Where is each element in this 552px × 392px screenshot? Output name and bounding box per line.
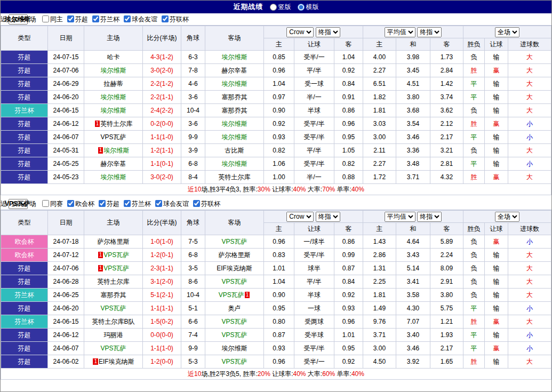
filter-option-芬兰杯[interactable]: 芬兰杯 [91,15,119,23]
filter-option-芬联杯[interactable]: 芬联杯 [161,15,189,23]
match-row: 欧会杯24-07-18萨尔格里斯1-0(1-0)7-5VPS瓦萨0.96一/球半… [1,235,551,249]
asia-odds-1: 球半 [294,262,334,275]
euro-odds-1: 4.30 [396,302,430,315]
result-wdl: 胜 [463,117,485,131]
vertical-radio[interactable] [270,4,277,11]
euro-odds-1: 3.71 [396,171,430,184]
filter-checkbox[interactable] [155,200,162,207]
team-name: 赫尔辛基 [101,160,126,167]
filter-checkbox[interactable] [42,200,49,207]
match-date: 24-05-25 [48,157,84,171]
euro-final-select[interactable]: 终指 [417,27,442,37]
result-wdl: 负 [463,104,485,117]
summary-segment: 场,胜3平4负3, [201,186,243,193]
match-type-cell: 欧会杯 [1,235,48,249]
rank-badge: 1 [95,121,100,127]
filter-checkbox[interactable] [67,200,74,207]
filter-label: 球会友谊 [132,15,157,23]
match-type-cell: 芬兰杯 [1,104,48,117]
euro-odds-2: 8.09 [430,262,463,275]
filter-option-芬超[interactable]: 芬超 [66,15,88,23]
rank-badge: 1 [98,147,103,154]
match-score: 1-2(0-0) [143,355,181,369]
horizontal-radio[interactable] [298,4,305,11]
match-date: 24-06-15 [48,315,84,329]
layout-option-horizontal[interactable]: 横版 [298,3,319,12]
result-goals: 小 [508,329,551,342]
filter-option-球会友谊[interactable]: 球会友谊 [154,200,189,207]
euro-avg-select[interactable]: 平均值 [385,27,415,37]
euro-odds-1: 3.92 [396,355,430,369]
filter-option-同主[interactable]: 同主 [41,15,63,23]
filter-checkbox[interactable] [42,15,49,22]
euro-odds-1: 3.46 [396,342,430,355]
away-team-cell: 萨尔格里斯 [205,249,264,262]
euro-odds-1: 3.41 [396,275,430,289]
layout-option-vertical[interactable]: 竖版 [270,3,291,12]
result-goals: 小 [508,342,551,355]
asia-odds-1: 受两球 [294,315,334,329]
summary-segment: 大率: [306,186,323,193]
bookmaker-select[interactable]: Crow [286,212,314,222]
away-team-cell: VPS瓦萨1 [205,289,264,302]
match-row: 芬超24-07-06埃尔维斯3-0(2-0)7-8赫尔辛基0.96平/半0.92… [1,64,551,77]
fulltime-select[interactable]: 全场 [495,27,519,37]
asia-odds-1: 受平/半 [294,249,334,262]
summary-segment: 场,胜2平3负5, [201,370,243,378]
asia-odds-0: 0.85 [264,51,294,64]
asia-final-select[interactable]: 终指 [316,212,340,222]
result-handicap: 输 [485,157,508,171]
euro-odds-0: 4.50 [363,355,396,369]
away-team-cell: 英特土尔库 [205,171,264,184]
away-team-cell: 塞那乔其 [205,104,264,117]
col-handicap-result: 让球 [485,38,508,51]
filter-option-球会友谊[interactable]: 球会友谊 [123,15,157,23]
filter-checkbox[interactable] [124,15,131,22]
filter-option-芬兰杯[interactable]: 芬兰杯 [123,200,151,207]
team-name: 埃尔维斯 [101,173,126,181]
filter-option-同赛[interactable]: 同赛 [41,200,63,207]
match-score: 1-1(0-1) [143,157,181,171]
match-row: 芬超24-06-07VPS瓦萨1-1(1-0)9-9埃尔维斯0.93受平/半0.… [1,131,551,144]
home-team-cell: 埃尔维斯 [84,171,143,184]
match-rows: 欧会杯24-07-18萨尔格里斯1-0(1-0)7-5VPS瓦萨0.96一/球半… [1,235,551,369]
result-handicap: 赢 [485,315,508,329]
summary-segment: 大率: [306,370,323,378]
team-name-title: VPS瓦萨 [5,198,30,210]
match-score: 1-2(1-1) [143,144,181,157]
filter-checkbox[interactable] [92,15,99,22]
filter-checkbox[interactable] [193,200,200,207]
filter-checkbox[interactable] [99,200,106,207]
match-date: 24-06-29 [48,77,84,91]
bookmaker-select[interactable]: Crow [286,27,314,37]
euro-avg-select[interactable]: 平均值 [385,212,415,222]
match-date: 24-06-20 [48,91,84,104]
match-type-cell: 芬超 [1,144,48,157]
recent-results-table: 类型 日期 主场 比分(半场) 角球 客场 Crow 终指 平均值 终指 [1,210,551,380]
filter-checkbox[interactable] [124,200,131,207]
euro-odds-1: 5.14 [396,262,430,275]
fulltime-select[interactable]: 全场 [495,212,519,222]
filter-option-芬超[interactable]: 芬超 [98,200,119,207]
result-wdl: 负 [463,249,485,262]
asia-odds-2: 0.96 [334,117,363,131]
corner-score: 3-9 [181,144,205,157]
euro-final-select[interactable]: 终指 [417,212,442,222]
summary-segment: 40% [293,370,306,378]
team-name: 埃尔维斯 [101,93,126,101]
result-wdl: 胜 [463,64,485,77]
filter-option-芬联杯[interactable]: 芬联杯 [192,200,220,207]
col-euro-away: 客 [430,223,463,235]
summary-text: 近10场,胜3平4负3, 胜率:30% 让球率:40% 大率:70% 单率:40… [1,184,551,195]
euro-odds-1: 3.54 [396,117,430,131]
filter-option-欧会杯[interactable]: 欧会杯 [66,200,94,207]
result-handicap: 赢 [485,171,508,184]
match-score: 1-1(1-0) [143,342,181,355]
asia-final-select[interactable]: 终指 [316,27,340,37]
match-type-cell: 芬超 [1,77,48,91]
filter-checkbox[interactable] [67,15,74,22]
filter-checkbox[interactable] [162,15,169,22]
result-wdl: 负 [463,144,485,157]
euro-odds-2: 3.74 [430,91,463,104]
result-handicap: 赢 [485,117,508,131]
